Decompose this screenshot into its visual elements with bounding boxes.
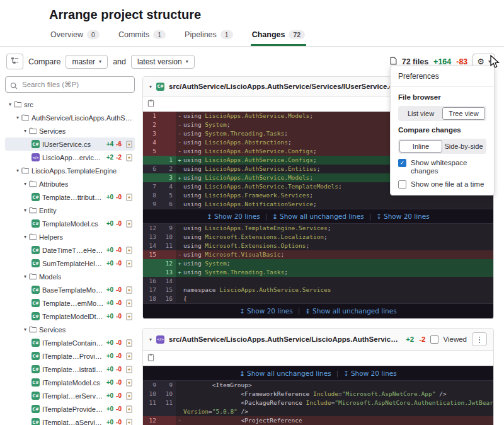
new-line-number[interactable]: 4	[159, 182, 176, 191]
new-line-number[interactable]	[159, 138, 176, 147]
new-line-number[interactable]: 1	[159, 156, 176, 165]
old-line-number[interactable]	[143, 407, 159, 416]
tree-file-item[interactable]: C#ITemplat…aService.cs+0-0	[5, 416, 135, 425]
old-line-number[interactable]: 4	[143, 138, 159, 147]
new-line-number[interactable]	[159, 250, 176, 259]
clipboard-icon[interactable]	[147, 98, 154, 110]
new-line-number[interactable]: 9	[159, 381, 176, 390]
tree-folder-item[interactable]: ▾Models	[5, 270, 135, 283]
clipboard-icon[interactable]	[147, 352, 154, 364]
tree-file-item[interactable]: C#ITemplate…istration.cs+0-0	[5, 363, 135, 376]
collapse-file-chevron-icon[interactable]: ▾	[149, 337, 152, 342]
old-line-number[interactable]: 9	[143, 381, 159, 390]
source-branch-dropdown[interactable]: master ▾	[66, 55, 108, 69]
tree-file-item[interactable]: C#TemplateModelDto.cs+0-0	[5, 310, 135, 323]
tree-folder-item[interactable]: ▾Entity	[5, 204, 135, 217]
viewed-checkbox[interactable]	[430, 335, 438, 344]
viewed-checkbox-row[interactable]: Viewed	[430, 335, 467, 344]
new-line-number[interactable]	[159, 407, 176, 416]
old-line-number[interactable]: 16	[143, 277, 159, 286]
expand-lines-link[interactable]: ↧ Show 20 lines	[343, 370, 397, 377]
new-line-number[interactable]: 3	[159, 173, 176, 182]
old-line-number[interactable]: 8	[143, 191, 159, 200]
new-line-number[interactable]	[159, 416, 176, 425]
old-line-number[interactable]: 11	[143, 399, 159, 407]
old-line-number[interactable]: 12	[143, 224, 159, 233]
new-line-number[interactable]: 14	[159, 277, 176, 286]
tree-folder-item[interactable]: ▾src	[5, 98, 135, 111]
inline-button[interactable]: Inline	[399, 140, 442, 153]
new-line-number[interactable]: 10	[159, 233, 176, 242]
one-file-checkbox-row[interactable]: Show one file at a time	[398, 180, 486, 189]
file-browser-toggle-button[interactable]	[6, 54, 23, 69]
old-line-number[interactable]: 5	[143, 147, 159, 156]
tree-file-item[interactable]: C#ITemplate…Provider.cs+0-0	[5, 349, 135, 363]
tree-file-item[interactable]: C#ITemplateProvider.cs+0-0	[5, 402, 135, 416]
old-line-number[interactable]: 17	[143, 286, 159, 294]
tree-file-item[interactable]: C#ITemplat…erService.cs+0-0	[5, 389, 135, 402]
tree-file-item[interactable]: C#TemplateModel.cs+0-0	[5, 217, 135, 230]
old-line-number[interactable]	[143, 268, 159, 277]
old-line-number[interactable]: 18	[143, 294, 159, 303]
expand-lines-link[interactable]: ↧ Show 20 lines	[239, 307, 293, 315]
old-line-number[interactable]: 14	[143, 242, 159, 250]
tree-folder-item[interactable]: ▾LiscioApps.TemplateEngine	[5, 164, 135, 177]
expand-lines-link[interactable]: ↨ Show all unchanged lines	[305, 307, 396, 315]
tree-file-item[interactable]: </>LiscioApp…ervice.csproj+2-2	[5, 151, 135, 164]
target-version-dropdown[interactable]: latest version ▾	[131, 55, 195, 69]
file-path-link[interactable]: src/AuthService/LiscioApps.AuthService/S…	[169, 83, 397, 90]
old-line-number[interactable]: 13	[143, 233, 159, 242]
new-line-number[interactable]: 10	[159, 390, 176, 399]
old-line-number[interactable]: 3	[143, 129, 159, 138]
new-line-number[interactable]: 12	[159, 259, 176, 268]
collapse-file-chevron-icon[interactable]: ▾	[149, 84, 152, 90]
old-line-number[interactable]: 7	[143, 182, 159, 191]
new-line-number[interactable]: 11	[159, 242, 176, 250]
list-view-button[interactable]: List view	[399, 107, 442, 120]
new-line-number[interactable]: 2	[159, 165, 176, 173]
new-line-number[interactable]: 16	[159, 294, 176, 303]
file-path-link[interactable]: src/AuthService/LiscioApps.AuthService/L…	[169, 335, 401, 343]
tree-view-button[interactable]: Tree view	[442, 107, 485, 120]
side-by-side-button[interactable]: Side-by-side	[442, 140, 485, 153]
tree-folder-item[interactable]: ▾Services	[5, 323, 135, 336]
one-file-checkbox[interactable]	[398, 180, 406, 189]
tab-pipelines[interactable]: Pipelines 1	[183, 28, 234, 46]
expand-lines-link[interactable]: ↨ Show all unchanged lines	[239, 370, 331, 377]
new-line-number[interactable]: 6	[159, 200, 176, 209]
tree-folder-item[interactable]: ▾Services	[5, 124, 135, 137]
new-line-number[interactable]: 11	[159, 399, 176, 407]
tree-file-item[interactable]: C#Template…emModel.cs+0-0	[5, 296, 135, 310]
new-line-number[interactable]	[159, 147, 176, 156]
old-line-number[interactable]: 2	[143, 120, 159, 129]
expand-lines-link[interactable]: ↨ Show all unchanged lines	[272, 212, 364, 220]
search-files-input[interactable]	[5, 76, 135, 93]
whitespace-checkbox-row[interactable]: ✓ Show whitespace changes	[398, 159, 486, 175]
old-line-number[interactable]: 1	[143, 112, 159, 120]
old-line-number[interactable]: 9	[143, 200, 159, 209]
tree-file-item[interactable]: C#DateTimeT…eHelper.cs+0-0	[5, 243, 135, 257]
old-line-number[interactable]: 6	[143, 165, 159, 173]
tab-commits[interactable]: Commits 1	[117, 28, 167, 46]
old-line-number[interactable]	[143, 156, 159, 165]
old-line-number[interactable]	[143, 259, 159, 268]
new-line-number[interactable]	[159, 129, 176, 138]
file-options-kebab-button[interactable]: ⋮	[472, 332, 487, 346]
tab-overview[interactable]: Overview 0	[49, 28, 101, 46]
tree-folder-item[interactable]: ▾Attributes	[5, 177, 135, 190]
tree-file-item[interactable]: C#ITemplateContainer.cs+0-0	[5, 336, 135, 349]
tree-file-item[interactable]: C#IUserService.cs+4-6	[5, 137, 135, 151]
tree-folder-item[interactable]: ▾Helpers	[5, 230, 135, 243]
new-line-number[interactable]: 9	[159, 224, 176, 233]
new-line-number[interactable]	[159, 112, 176, 120]
new-line-number[interactable]: 13	[159, 268, 176, 277]
whitespace-checkbox[interactable]: ✓	[398, 159, 406, 167]
tab-changes[interactable]: Changes 72	[251, 28, 306, 46]
tree-file-item[interactable]: C#BaseTemplateModel.cs+0-0	[5, 283, 135, 296]
old-line-number[interactable]	[143, 173, 159, 182]
expand-lines-link[interactable]: ↥ Show 20 lines	[207, 212, 260, 220]
expand-lines-link[interactable]: ↧ Show 20 lines	[376, 212, 430, 220]
tree-file-item[interactable]: C#SumTemplateHelper.cs+0-0	[5, 257, 135, 270]
old-line-number[interactable]: 15	[143, 250, 159, 259]
new-line-number[interactable]	[159, 120, 176, 129]
